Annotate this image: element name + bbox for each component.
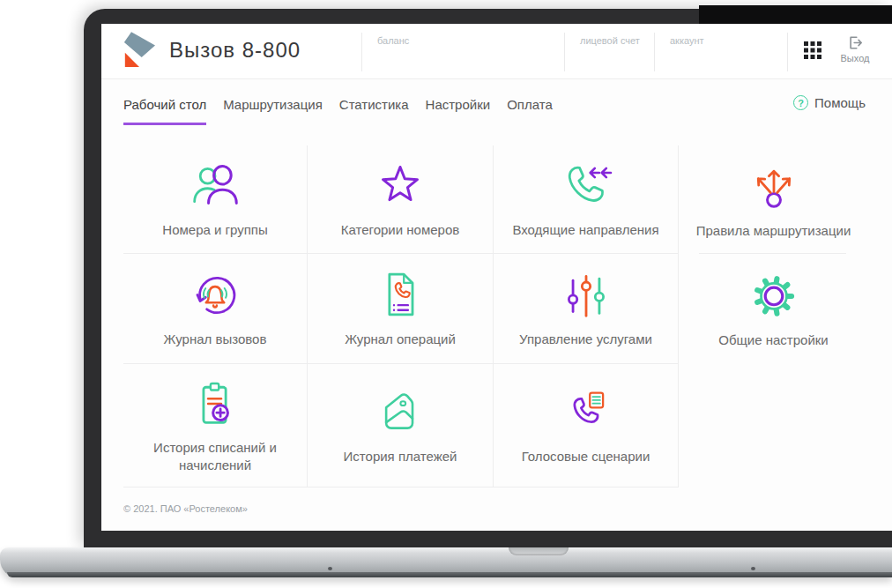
apps-grid-icon — [804, 41, 821, 59]
personal-account-label: лицевой счет — [580, 35, 640, 46]
tile-payments-history[interactable]: История платежей — [308, 364, 494, 488]
tile-label: Входящие направления — [512, 221, 658, 239]
header-divider — [564, 33, 565, 71]
balance-label: баланс — [377, 35, 409, 46]
brand: Вызов 8-800 — [123, 31, 301, 70]
operations-document-icon — [372, 268, 428, 319]
tile-operations-log[interactable]: Журнал операций — [308, 254, 494, 364]
route-split-icon — [746, 160, 802, 211]
laptop-latch — [509, 547, 569, 555]
tile-label: Журнал операций — [345, 331, 456, 348]
dashboard-grid: Номера и группы Категории номеров — [123, 145, 868, 488]
tile-routing-rules[interactable]: Правила маршрутизации — [679, 145, 868, 254]
tile-voice-scenarios[interactable]: Голосовые сценарии — [494, 364, 679, 488]
bezel-top-right-strip — [699, 5, 892, 25]
laptop-base-edge — [7, 572, 892, 577]
app-header: Вызов 8-800 баланс лицевой счет аккаунт — [101, 24, 892, 79]
question-circle-icon: ? — [793, 95, 808, 110]
gear-icon — [746, 269, 802, 320]
laptop-base — [0, 547, 892, 577]
sliders-icon — [558, 268, 614, 319]
header-divider — [787, 33, 788, 71]
logout-label: Выход — [841, 53, 870, 63]
help-label: Помощь — [814, 95, 866, 110]
apps-grid-button[interactable] — [804, 41, 821, 59]
tile-label: Голосовые сценарии — [522, 448, 650, 465]
tile-label: Номера и группы — [162, 221, 267, 239]
tab-statistics[interactable]: Статистика — [339, 97, 409, 123]
app-window: Вызов 8-800 баланс лицевой счет аккаунт — [101, 24, 892, 531]
logout-button[interactable]: Выход — [829, 35, 881, 63]
users-icon — [187, 159, 243, 210]
logout-icon — [848, 35, 863, 50]
tile-numbers-and-groups[interactable]: Номера и группы — [123, 145, 308, 254]
app-logo-icon — [123, 31, 155, 70]
star-icon — [372, 159, 428, 210]
app-title: Вызов 8-800 — [169, 38, 301, 63]
main-nav: Рабочий стол Маршрутизация Статистика На… — [123, 79, 866, 145]
laptop-screw — [751, 567, 755, 570]
incoming-call-icon — [558, 159, 614, 210]
tab-settings[interactable]: Настройки — [426, 97, 491, 123]
tab-routing[interactable]: Маршрутизация — [223, 97, 323, 123]
voice-script-phone-icon — [558, 385, 614, 436]
laptop-mockup: Вызов 8-800 баланс лицевой счет аккаунт — [0, 0, 892, 588]
tile-label: Управление услугами — [519, 331, 652, 348]
header-divider — [654, 33, 655, 71]
empty-grid-cell — [679, 364, 868, 488]
clipboard-plus-icon — [187, 376, 243, 428]
call-log-bell-icon — [187, 268, 243, 319]
tile-label: История платежей — [344, 448, 457, 465]
tile-number-categories[interactable]: Категории номеров — [308, 145, 494, 254]
tab-dashboard[interactable]: Рабочий стол — [123, 97, 206, 125]
tile-incoming-directions[interactable]: Входящие направления — [494, 145, 679, 254]
tile-call-log[interactable]: Журнал вызовов — [123, 254, 308, 364]
laptop-screw — [328, 567, 332, 570]
tile-general-settings[interactable]: Общие настройки — [679, 254, 868, 364]
tile-label: Категории номеров — [341, 221, 459, 239]
app-footer: © 2021. ПАО «Ростелеком» — [101, 503, 892, 514]
account-label: аккаунт — [670, 35, 704, 46]
tile-label: Общие настройки — [718, 331, 829, 349]
copyright: © 2021. ПАО «Ростелеком» — [123, 503, 892, 514]
header-divider — [361, 33, 362, 71]
tile-service-management[interactable]: Управление услугами — [494, 254, 679, 364]
help-link[interactable]: ? Помощь — [793, 95, 866, 110]
wallet-icon — [372, 385, 428, 436]
tile-label: Правила маршрутизации — [696, 222, 851, 240]
tile-label: История списаний и начислений — [134, 439, 297, 475]
tab-payment[interactable]: Оплата — [507, 97, 553, 123]
tile-charges-history[interactable]: История списаний и начислений — [123, 364, 308, 488]
tile-label: Журнал вызовов — [164, 331, 267, 348]
